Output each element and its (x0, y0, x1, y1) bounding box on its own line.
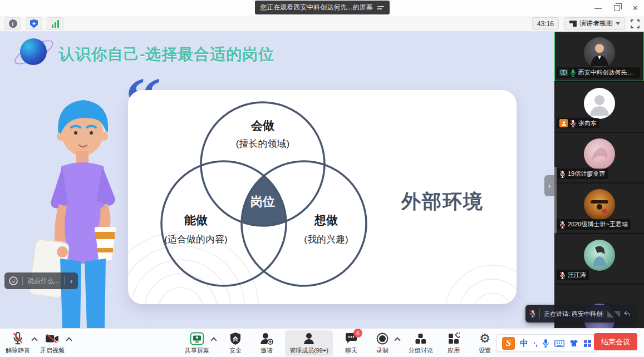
ime-toolbar[interactable]: S 中 ·, (496, 334, 597, 352)
view-mode-button[interactable]: 演讲者视图 (564, 17, 625, 30)
record-button[interactable]: 录制 (370, 331, 395, 355)
reply-arrow-icon (624, 310, 630, 317)
participant-name: 19信计廖亚莲 (568, 170, 605, 178)
speaker-view-icon (569, 21, 577, 27)
mic-muted-icon (530, 309, 535, 318)
quick-chat-bubble[interactable]: 说点什么... ‹ (4, 272, 78, 289)
participant-tile[interactable]: 19信计廖亚莲 (554, 133, 644, 182)
speaking-toast-text: 正在讲话: 西安中科创达何... (544, 310, 603, 318)
presenter-illustration (29, 92, 128, 328)
participant-name: 汪江涛 (568, 271, 586, 279)
avatar (584, 37, 615, 68)
end-meeting-button[interactable]: 结束会议 (594, 333, 637, 350)
camera-off-icon (45, 331, 60, 346)
info-icon: i (9, 19, 17, 28)
screen-share-icon (559, 69, 568, 76)
video-options-chevron[interactable] (66, 337, 72, 343)
participant-name-bar: 19信计廖亚莲 (557, 168, 608, 179)
close-button[interactable]: ✕ (632, 4, 638, 12)
network-status-button[interactable] (47, 17, 63, 30)
venn-right-label: 想做 (314, 212, 338, 228)
minimize-button[interactable]: — (594, 4, 602, 12)
participant-tile-speaker[interactable]: 西安中科创达何先生... (554, 32, 644, 81)
breakout-squares-icon (415, 331, 427, 346)
unmute-button[interactable]: 解除静音 (3, 331, 32, 355)
ime-skin-icon[interactable] (569, 339, 578, 347)
ime-punctuation-toggle[interactable]: ·, (533, 339, 537, 348)
sogou-logo-icon[interactable]: S (502, 337, 515, 350)
bottom-toolbar: 解除静音 开启视频 (0, 328, 644, 357)
mic-muted-icon (559, 221, 566, 229)
apps-button[interactable]: 应用 (441, 331, 466, 355)
member-badge-icon (559, 119, 568, 127)
participant-name-bar: 汪江涛 (557, 270, 589, 280)
viewing-banner-text: 您正在观看西安中科创达何先...的屏幕 (260, 3, 372, 12)
restore-button[interactable] (614, 5, 620, 11)
share-options-chevron[interactable] (210, 337, 217, 343)
mic-options-chevron[interactable] (31, 337, 37, 343)
participant-name-bar: 张向东 (557, 118, 599, 128)
participant-name: 2020级博士班~王君瑞 (568, 220, 628, 229)
security-shield-icon (230, 331, 241, 346)
mic-muted-icon (12, 331, 24, 346)
invite-person-icon (260, 331, 273, 346)
slide-title: 认识你自己-选择最合适的岗位 (59, 44, 274, 65)
signal-bars-icon (52, 20, 59, 28)
statusbar-right: 43:16 演讲者视图 (532, 17, 640, 30)
ime-lang-toggle[interactable]: 中 (520, 338, 528, 349)
venn-right-sublabel: (我的兴趣) (304, 233, 348, 246)
share-screen-button[interactable]: 共享屏幕 (183, 331, 212, 355)
planet-icon (17, 36, 49, 68)
venn-left-label: 能做 (184, 212, 208, 228)
start-video-button[interactable]: 开启视频 (38, 331, 67, 355)
sidebar-expand-handle[interactable]: › (544, 175, 554, 196)
avatar (584, 138, 615, 170)
fullscreen-icon[interactable] (631, 19, 640, 28)
participants-sidebar: 西安中科创达何先生... 张向东 (554, 32, 644, 328)
mic-muted-icon (559, 271, 566, 279)
chevron-down-icon (616, 22, 620, 25)
share-screen-icon (190, 331, 204, 346)
statusbar-left: i (4, 17, 63, 30)
watermark-icon: ◣◥ (607, 309, 620, 319)
meeting-security-button[interactable] (26, 17, 42, 30)
participant-name-bar: 2020级博士班~王君瑞 (557, 219, 631, 230)
mic-on-icon (570, 69, 576, 77)
meeting-info-button[interactable]: i (4, 17, 21, 30)
invite-button[interactable]: 邀请 (254, 331, 279, 355)
avatar (584, 189, 615, 220)
participant-tile[interactable]: 张向东 (554, 82, 644, 132)
participant-name: 张向东 (578, 119, 597, 127)
manage-members-button[interactable]: 管理成员(99+) (285, 330, 333, 356)
sidebar-scrollbar[interactable] (554, 167, 557, 234)
venn-center-label: 岗位 (250, 194, 275, 210)
security-button[interactable]: 安全 (223, 331, 248, 355)
mic-muted-icon (559, 170, 566, 178)
chat-bubble-icon: 6 (345, 331, 358, 346)
slide-card: 会做 (擅长的领域) 能做 (适合做的内容) 想做 (我的兴趣) 岗位 外部环境 (128, 90, 517, 304)
ime-toolbox-icon[interactable] (583, 339, 592, 348)
smiley-icon[interactable] (9, 276, 18, 285)
shared-screen-stage: 认识你自己-选择最合适的岗位 “ (0, 32, 554, 328)
statusbar: i 43:16 演讲者视图 (0, 16, 644, 32)
participant-tile[interactable]: 2020级博士班~王君瑞 (554, 184, 644, 233)
settings-button[interactable]: ⚙ 设置 (472, 331, 498, 355)
participant-tile[interactable]: 汪江涛 (554, 234, 644, 284)
record-options-chevron[interactable] (394, 337, 400, 343)
viewing-banner[interactable]: 您正在观看西安中科创达何先...的屏幕 (254, 1, 389, 14)
collapse-chat-icon[interactable]: ‹ (69, 277, 73, 285)
venn-top-sublabel: (擅长的领域) (236, 137, 289, 150)
chat-input-placeholder[interactable]: 说点什么... (27, 276, 60, 286)
record-circle-icon (376, 331, 389, 346)
ime-keyboard-icon[interactable] (554, 340, 564, 347)
avatar-placeholder (584, 88, 615, 119)
chat-button[interactable]: 6 聊天 (338, 331, 364, 355)
avatar (584, 240, 615, 271)
chat-unread-badge: 6 (353, 329, 362, 338)
ime-mic-icon[interactable] (542, 339, 549, 348)
venn-top-label: 会做 (251, 118, 274, 133)
view-mode-label: 演讲者视图 (579, 19, 613, 28)
participant-name: 西安中科创达何先生... (578, 68, 637, 77)
breakout-rooms-button[interactable]: 分组讨论 (406, 331, 435, 355)
banner-menu-icon[interactable] (377, 6, 384, 9)
